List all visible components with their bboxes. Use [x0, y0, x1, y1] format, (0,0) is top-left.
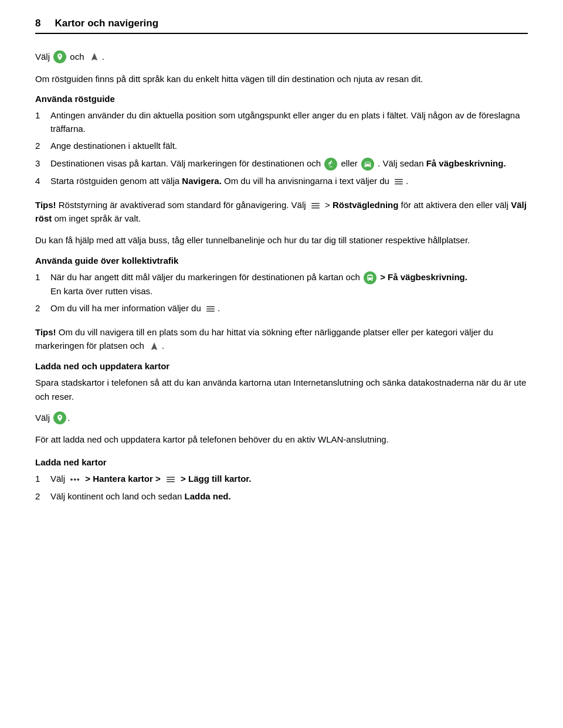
- section-anvanda-guide: Använda guide över kollektivtrafik 1 När…: [35, 256, 528, 315]
- list-num: 1: [35, 472, 50, 485]
- section-heading-rostguide: Använda röstguide: [35, 94, 528, 104]
- tip1-text2: för att aktivera den eller välj: [401, 200, 508, 210]
- och-label: och: [70, 50, 84, 64]
- list-num: 1: [35, 108, 50, 122]
- page: 8 Kartor och navigering Välj och . Om rö…: [0, 0, 563, 728]
- ladda-ned-para1: Spara stadskartor i telefonen så att du …: [35, 376, 528, 403]
- menu-icon-tip1: [310, 200, 321, 212]
- section-anvanda-rostguide: Använda röstguide 1 Antingen använder du…: [35, 94, 528, 188]
- tip1-text1: Röststyrning är avaktiverad som standard…: [59, 200, 308, 210]
- ladda-ned-para2: För att ladda ned och uppdatera kartor p…: [35, 433, 528, 446]
- navigera-bold: Navigera.: [182, 176, 222, 186]
- list-item: 2 Ange destinationen i aktuellt fält.: [35, 139, 528, 152]
- eq-lines-icon: [164, 473, 177, 486]
- menu-icon-item2: [205, 303, 216, 315]
- lagg-till-bold: > Lägg till kartor.: [181, 474, 251, 484]
- menu-lines-icon: [393, 176, 405, 188]
- list-item: 4 Starta röstguiden genom att välja Navi…: [35, 174, 528, 188]
- list-num: 3: [35, 157, 50, 170]
- ladda-ned-bold: Ladda ned.: [185, 491, 231, 501]
- valj-label: Välj: [35, 411, 50, 425]
- tips-label-2: Tips!: [35, 327, 56, 337]
- list-num: 2: [35, 139, 50, 152]
- car-icon: [361, 158, 374, 171]
- rostvagledning-bold: Röstvägledning: [333, 200, 399, 210]
- valj-green-line: Välj .: [35, 411, 528, 425]
- valj-label-intro: Välj: [35, 50, 50, 64]
- list-content: Destinationen visas på kartan. Välj mark…: [50, 157, 528, 171]
- map-icon-2: [53, 411, 66, 424]
- list-num: 4: [35, 174, 50, 188]
- list-num: 2: [35, 489, 50, 503]
- kollektiv-intro-para: Du kan få hjälp med att välja buss, tåg …: [35, 233, 528, 247]
- list-content: Ange destinationen i aktuellt fält.: [50, 139, 528, 152]
- fa-vagbeskrivning-2-bold: > Få vägbeskrivning.: [380, 272, 467, 282]
- tip-block-2: Tips! Om du vill navigera till en plats …: [35, 325, 528, 353]
- section-ladda-ned: Ladda ned och uppdatera kartor Spara sta…: [35, 361, 528, 446]
- section-heading-ladda: Ladda ned och uppdatera kartor: [35, 361, 528, 371]
- list-content: Välj ••• > Hantera kartor > > Lägg till …: [50, 472, 528, 486]
- list-item: 1 Antingen använder du din aktuella posi…: [35, 108, 528, 136]
- navigate-icon-tip2: [148, 340, 161, 353]
- tip2-text1: Om du vill navigera till en plats som du…: [35, 327, 493, 351]
- list-num: 1: [35, 270, 50, 284]
- dots-icon: •••: [69, 473, 82, 486]
- section-heading-ladda-kartor: Ladda ned kartor: [35, 457, 528, 467]
- page-number: 8: [35, 18, 40, 29]
- ladda-list: 1 Välj ••• > Hantera kartor > > Lägg til…: [35, 472, 528, 503]
- list-content: Antingen använder du din aktuella positi…: [50, 108, 528, 136]
- list-item: 3 Destinationen visas på kartan. Välj ma…: [35, 157, 528, 171]
- list-item: 2 Om du vill ha mer information väljer d…: [35, 301, 528, 315]
- list-content: Välj kontinent och land och sedan Ladda …: [50, 489, 528, 503]
- list-content: Om du vill ha mer information väljer du …: [50, 301, 528, 315]
- list-item: 2 Välj kontinent och land och sedan Ladd…: [35, 489, 528, 503]
- section-heading-guide: Använda guide över kollektivtrafik: [35, 256, 528, 266]
- hantera-kartor-bold: > Hantera kartor >: [85, 474, 163, 484]
- map-icon: [53, 50, 66, 63]
- list-content: Starta röstguiden genom att välja Navige…: [50, 174, 528, 188]
- list-item: 1 När du har angett ditt mål väljer du m…: [35, 270, 528, 298]
- intro-paragraph: Om röstguiden finns på ditt språk kan du…: [35, 72, 528, 86]
- bus-icon: [364, 271, 377, 284]
- tip-block-1: Tips! Röststyrning är avaktiverad som st…: [35, 198, 528, 226]
- tips-label-1: Tips!: [35, 200, 56, 210]
- section-ladda-ned-kartor: Ladda ned kartor 1 Välj ••• > Hantera ka…: [35, 457, 528, 503]
- list-content: När du har angett ditt mål väljer du mar…: [50, 270, 528, 298]
- page-title: Kartor och navigering: [55, 18, 158, 29]
- page-header: 8 Kartor och navigering: [35, 18, 528, 34]
- intro-line1: Välj och .: [35, 50, 528, 64]
- tip1-text3: om inget språk är valt.: [55, 213, 141, 223]
- list-item: 1 Välj ••• > Hantera kartor > > Lägg til…: [35, 472, 528, 486]
- navigate-icon: [88, 50, 101, 63]
- fa-vagbeskrivning-bold: Få vägbeskrivning.: [426, 158, 506, 168]
- walk-icon: [324, 158, 337, 171]
- rostguide-list: 1 Antingen använder du din aktuella posi…: [35, 108, 528, 188]
- guide-list: 1 När du har angett ditt mål väljer du m…: [35, 270, 528, 315]
- list-num: 2: [35, 301, 50, 315]
